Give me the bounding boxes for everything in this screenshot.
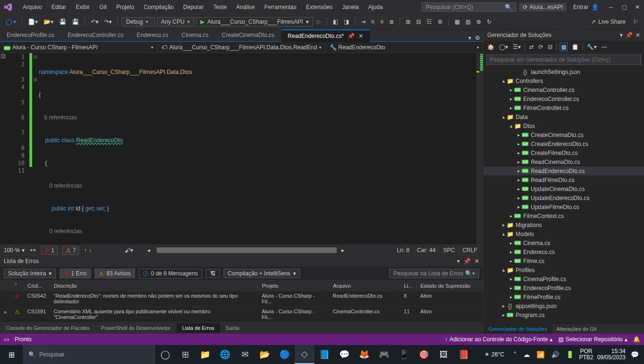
se-preview-button[interactable]: 🔧▾: [586, 43, 598, 51]
bottom-tab[interactable]: PowerShell do Desenvolvedor: [95, 323, 176, 333]
tab-settings-button[interactable]: ⚙: [475, 35, 480, 41]
glasses-icon[interactable]: 👓: [29, 247, 36, 254]
twisty-icon[interactable]: ▸: [516, 141, 521, 146]
tree-node[interactable]: ▴📁Dtos: [483, 121, 644, 130]
col-code[interactable]: Códi...: [24, 281, 50, 291]
twisty-icon[interactable]: ▸: [508, 105, 514, 110]
panel-close-button[interactable]: ✕: [474, 258, 479, 264]
tb-icon-14[interactable]: ↻: [485, 18, 493, 26]
se-bottom-tab[interactable]: Alterações do Git: [552, 324, 601, 334]
tree-node[interactable]: ▸C#Program.cs: [483, 310, 644, 319]
tb-icon-13[interactable]: ⊕: [474, 18, 483, 26]
pin-icon[interactable]: 📌: [348, 33, 355, 39]
twisty-icon[interactable]: ▸: [508, 213, 514, 218]
twisty-icon[interactable]: ▸: [508, 285, 514, 291]
tree-node[interactable]: ▸C#FilmeProfile.cs: [483, 292, 644, 301]
cortana-icon[interactable]: ◯: [155, 345, 175, 364]
tray-expand-icon[interactable]: ˄: [512, 351, 518, 358]
tb-icon-10[interactable]: ⚙: [436, 18, 445, 26]
battery-icon[interactable]: 🔋: [564, 351, 575, 358]
menu-janela[interactable]: Janela: [337, 4, 363, 10]
app-icon-2[interactable]: 📱: [394, 345, 414, 364]
bottom-tab[interactable]: Saída: [220, 323, 245, 333]
twisty-icon[interactable]: ▸: [501, 312, 506, 318]
maximize-button[interactable]: ▢: [621, 4, 627, 10]
panel-dropdown-button[interactable]: ▾: [457, 258, 460, 264]
explorer-icon[interactable]: 📁: [195, 345, 215, 364]
pdf-icon[interactable]: 📕: [454, 345, 474, 364]
menu-arquivo[interactable]: Arquivo: [18, 4, 47, 10]
menu-extensões[interactable]: Extensões: [301, 4, 337, 10]
tb-icon-12[interactable]: ▥: [464, 18, 473, 26]
tree-node[interactable]: ▸C#CinemaProfile.cs: [483, 274, 644, 283]
output-icon[interactable]: ▭: [4, 336, 9, 343]
tree-node[interactable]: ▸C#UpdateEnderecoDto.cs: [483, 193, 644, 202]
tree-node[interactable]: ▸C#FilmeContext.cs: [483, 211, 644, 220]
twisty-icon[interactable]: ▸: [501, 303, 506, 309]
weather-widget[interactable]: ☀26°C: [481, 351, 508, 358]
tree-node[interactable]: ▸C#CreateEnderecoDto.cs: [483, 139, 644, 148]
menu-projeto[interactable]: Projeto: [111, 4, 139, 10]
config-combo[interactable]: Debug▾: [122, 17, 155, 27]
build-filter-button[interactable]: 🏗: [206, 269, 220, 278]
doc-tab[interactable]: EnderecoProfile.cs: [0, 29, 61, 41]
mail-icon[interactable]: ✉: [235, 345, 255, 364]
twisty-icon[interactable]: ▸: [508, 96, 514, 101]
twisty-icon[interactable]: ▸: [516, 159, 521, 164]
twisty-icon[interactable]: ▸: [508, 249, 514, 255]
nav-project-combo[interactable]: C#Alura - Curso CSharp - FilmesAPI▾: [0, 43, 158, 52]
se-show-all-button[interactable]: ▦: [560, 43, 568, 51]
skype-icon[interactable]: 💬: [334, 345, 354, 364]
health-icon[interactable]: 🖌▾: [125, 247, 133, 254]
tree-node[interactable]: ▸C#Filme.cs: [483, 256, 644, 265]
error-table[interactable]: ⁷ Códi... Descrição Projeto Arquivo Li..…: [0, 280, 483, 322]
word-icon[interactable]: 📘: [314, 345, 334, 364]
firefox-icon[interactable]: 🦊: [354, 345, 374, 364]
save-button[interactable]: 💾: [57, 18, 68, 26]
menu-depurar[interactable]: Depurar: [179, 4, 208, 10]
menu-editar[interactable]: Editar: [47, 4, 71, 10]
hscroll-left-button[interactable]: ◂: [147, 247, 150, 254]
col-state[interactable]: Estado de Supressão: [417, 281, 483, 291]
admin-icon[interactable]: ⚐: [631, 18, 640, 26]
folder-icon[interactable]: 📂: [255, 345, 275, 364]
tree-node[interactable]: ▸C#FilmeController.cs: [483, 103, 644, 112]
source-control-button[interactable]: ↑Adicionar ao Controle do Código-Fonte▴: [445, 336, 553, 343]
nav-down-button[interactable]: ↓: [89, 247, 91, 254]
close-button[interactable]: ✕: [635, 4, 640, 10]
doc-tab[interactable]: Cinema.cs: [175, 29, 215, 41]
error-row[interactable]: ▸⚠CS1591Comentário XML ausente para tipo…: [0, 307, 483, 322]
tb-icon-11[interactable]: ▦: [453, 18, 462, 26]
open-button[interactable]: 📂▾: [42, 18, 55, 26]
solution-tree[interactable]: {}launchSettings.json▴📁Controllers▸C#Cin…: [483, 66, 644, 324]
menu-git[interactable]: Git: [95, 4, 111, 10]
close-icon[interactable]: ✕: [358, 33, 363, 39]
chrome-icon[interactable]: 🔵: [275, 345, 295, 364]
doc-tab[interactable]: ReadEnderecoDto.cs*📌✕: [281, 29, 370, 42]
twisty-icon[interactable]: ▸: [508, 240, 514, 246]
fold-margin[interactable]: ⊟⊟: [32, 53, 39, 245]
tree-node[interactable]: ▸C#CinemaController.cs: [483, 85, 644, 94]
col-line[interactable]: Li...: [400, 281, 417, 291]
twisty-icon[interactable]: ▸: [516, 204, 521, 209]
start-debug-button[interactable]: ▶Alura___Curso_CSharp___FilmesAPI▾: [196, 17, 313, 27]
minimize-button[interactable]: ─: [608, 4, 614, 10]
start-button[interactable]: ⊞: [0, 345, 23, 364]
tb-icon-4[interactable]: ≡: [369, 18, 376, 26]
twisty-icon[interactable]: ▴: [501, 114, 506, 119]
taskbar-search[interactable]: 🔍Pesquisar: [23, 345, 155, 364]
twisty-icon[interactable]: ▸: [516, 186, 521, 191]
signin-button[interactable]: Entrar 👤: [573, 4, 599, 10]
language-button[interactable]: PORPTB2: [579, 348, 593, 361]
live-share-button[interactable]: ↗Live Share: [587, 18, 629, 26]
tree-node[interactable]: ▸C#EnderecoProfile.cs: [483, 283, 644, 292]
build-scope-combo[interactable]: Compilação + IntelliSens▾: [224, 269, 300, 278]
col-file[interactable]: Arquivo: [329, 281, 400, 291]
edge-icon[interactable]: 🌐: [215, 345, 235, 364]
se-search-input[interactable]: [486, 55, 641, 65]
tb-icon-5[interactable]: ≡: [378, 18, 385, 26]
tb-icon-8[interactable]: ⊟: [414, 18, 423, 26]
warning-summary[interactable]: ⚠7: [63, 246, 80, 255]
back-button[interactable]: ◯ ▾: [4, 18, 18, 26]
se-pin-button[interactable]: 📌: [626, 32, 633, 38]
